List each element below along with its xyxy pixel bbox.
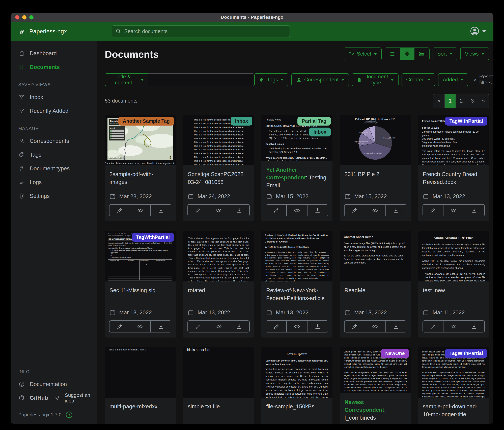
detail-view-button[interactable]: [414, 48, 429, 60]
grid-view-button[interactable]: [400, 48, 414, 60]
download-button[interactable]: [150, 204, 171, 216]
sort-button[interactable]: Sort: [432, 47, 457, 60]
correspondent-filter-button[interactable]: Correspondent: [291, 73, 349, 86]
sidebar-item-recently-added[interactable]: Recently Added: [10, 104, 97, 118]
tag-badge[interactable]: TagWithPartial: [132, 233, 174, 242]
document-title[interactable]: multi-page-mixedxx: [105, 398, 176, 421]
view-button[interactable]: [130, 204, 151, 216]
download-button[interactable]: [229, 204, 250, 216]
tag-badge[interactable]: Another Sample Tag: [118, 117, 174, 126]
sidebar-item-dashboard[interactable]: Dashboard: [10, 47, 97, 60]
version-info-icon[interactable]: i: [66, 411, 72, 418]
page-prev-button[interactable]: «: [433, 94, 444, 108]
edit-button[interactable]: [423, 320, 443, 333]
page-3-button[interactable]: 3: [467, 94, 478, 108]
view-button[interactable]: [286, 204, 307, 216]
edit-button[interactable]: [266, 320, 287, 333]
document-title[interactable]: Newest Correspondent: f_combineds: [340, 393, 411, 421]
sidebar-item-github[interactable]: GitHub: [10, 391, 48, 405]
view-button[interactable]: [286, 320, 307, 333]
document-title[interactable]: file-sample_150kBs: [261, 398, 332, 421]
download-button[interactable]: [229, 320, 250, 333]
view-button[interactable]: [365, 204, 386, 216]
search-box[interactable]: [112, 25, 290, 37]
document-thumbnail[interactable]: This is a test file.: [183, 347, 254, 398]
document-thumbnail[interactable]: Review of New York Federal Petitions for…: [261, 231, 332, 281]
view-button[interactable]: [130, 320, 151, 333]
tag-badge[interactable]: Inbox: [231, 117, 252, 126]
tag-badge[interactable]: NewOne: [381, 349, 409, 358]
document-thumbnail[interactable]: Lorem ipsumLorem ipsum dolor sit amet, c…: [261, 347, 332, 398]
document-title[interactable]: 2sample-pdf-with-images: [105, 165, 176, 189]
document-title[interactable]: Review-of-New-York-Federal-Petitions-art…: [261, 281, 332, 305]
title-content-filter-button[interactable]: Title & content: [105, 73, 148, 86]
created-filter-button[interactable]: Created: [402, 73, 435, 86]
document-title[interactable]: Sonstige ScanPC2022 03-24_081058: [183, 165, 254, 189]
document-thumbnail[interactable]: Adobe Acrobat PDF FilesAdobe® Portable D…: [418, 231, 489, 281]
document-title[interactable]: sample-pdf-download-10-mb-longer-title: [418, 398, 489, 421]
edit-button[interactable]: [266, 204, 287, 216]
reset-filters-button[interactable]: × Reset filters: [474, 74, 493, 86]
document-title[interactable]: ReadMe: [340, 281, 411, 305]
edit-button[interactable]: [109, 204, 130, 216]
sidebar-item-suggest-idea[interactable]: Suggest an idea: [48, 391, 97, 405]
title-content-input[interactable]: [148, 73, 254, 86]
download-button[interactable]: [464, 204, 485, 216]
document-thumbnail[interactable]: This is the text that appears on the fir…: [183, 231, 254, 281]
view-button[interactable]: [208, 320, 229, 333]
sidebar-item-logs[interactable]: Logs: [10, 175, 97, 189]
document-correspondent-link[interactable]: Yet Another Correspondent: [266, 167, 306, 181]
document-title[interactable]: simple txt file: [183, 398, 254, 421]
tag-badge[interactable]: Partial Tag: [297, 117, 331, 126]
sidebar-item-document-types[interactable]: # Document types: [10, 162, 97, 175]
sidebar-item-documents[interactable]: Documents: [10, 60, 97, 74]
download-button[interactable]: [386, 320, 406, 333]
document-correspondent-link[interactable]: Newest Correspondent: [344, 399, 384, 413]
minimize-button[interactable]: [22, 15, 27, 19]
sidebar-item-settings[interactable]: Settings: [10, 189, 97, 203]
tags-filter-button[interactable]: Tags: [254, 73, 288, 86]
download-button[interactable]: [307, 204, 328, 216]
download-button[interactable]: [307, 320, 328, 333]
added-filter-button[interactable]: Added: [438, 73, 468, 86]
download-button[interactable]: [464, 320, 485, 333]
view-button[interactable]: [443, 320, 464, 333]
views-button[interactable]: Views: [460, 47, 489, 60]
search-input[interactable]: [124, 28, 286, 35]
document-title[interactable]: French Country Bread Revised.docx: [418, 165, 489, 189]
edit-button[interactable]: [109, 320, 130, 333]
sidebar-item-correspondents[interactable]: Correspondents: [10, 134, 97, 148]
view-button[interactable]: [365, 320, 386, 333]
document-type-filter-button[interactable]: Document type: [352, 73, 398, 86]
sidebar-item-documentation[interactable]: Documentation: [10, 377, 97, 391]
zoom-button[interactable]: [29, 15, 34, 19]
page-2-button[interactable]: 2: [456, 94, 467, 108]
edit-button[interactable]: [188, 204, 208, 216]
document-title[interactable]: Yet Another Correspondent: Testing Email: [261, 161, 332, 189]
select-button[interactable]: Select: [344, 47, 382, 60]
user-menu[interactable]: [470, 26, 486, 37]
download-button[interactable]: [386, 204, 406, 216]
tag-badge[interactable]: Inbox: [309, 128, 331, 136]
download-button[interactable]: [150, 320, 171, 333]
tag-badge[interactable]: TagWithPartial: [445, 349, 487, 358]
sidebar-item-tags[interactable]: Tags: [10, 148, 97, 162]
edit-button[interactable]: [423, 204, 443, 216]
document-title[interactable]: test_new: [418, 281, 489, 305]
list-view-button[interactable]: [385, 48, 400, 60]
page-next-button[interactable]: »: [478, 94, 489, 108]
document-title[interactable]: 2011 BP Pie 2: [340, 165, 411, 189]
brand[interactable]: Paperless-ngx: [18, 27, 67, 36]
document-title[interactable]: rotated: [183, 281, 254, 305]
view-button[interactable]: [443, 204, 464, 216]
edit-button[interactable]: [344, 204, 365, 216]
close-button[interactable]: [15, 15, 19, 19]
tag-badge[interactable]: TagWithPartial: [445, 117, 487, 126]
edit-button[interactable]: [188, 320, 208, 333]
edit-button[interactable]: [344, 320, 365, 333]
view-button[interactable]: [208, 204, 229, 216]
document-thumbnail[interactable]: Contact Sheet DemoGiven a set of image f…: [340, 231, 411, 281]
document-title[interactable]: Sec 11-Missing sig: [105, 281, 176, 305]
document-thumbnail[interactable]: Patient BP Distribution 2011Normal, 151,…: [340, 115, 411, 165]
page-1-button[interactable]: 1: [444, 94, 456, 108]
